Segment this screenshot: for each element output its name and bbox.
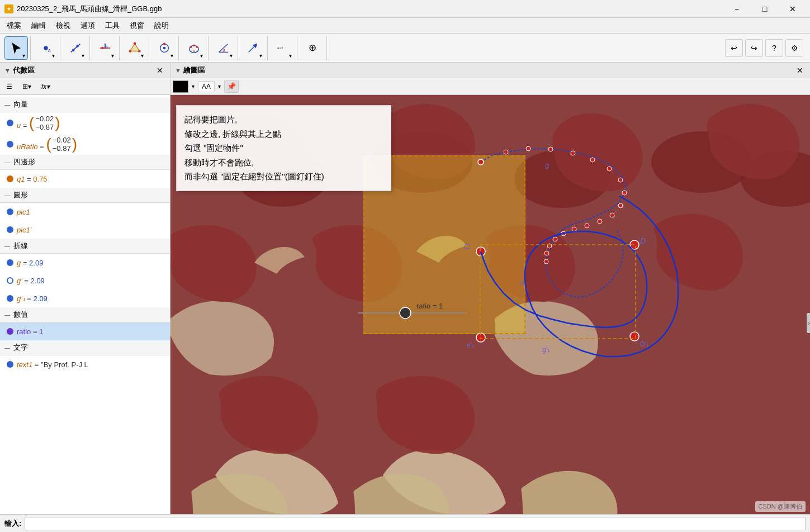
tool-group-line: ▾ xyxy=(61,36,90,60)
input-field[interactable] xyxy=(25,517,806,530)
algebra-item-pic1[interactable]: pic1 xyxy=(0,203,170,221)
svg-text:D: D xyxy=(640,236,646,245)
input-bar: 輸入: xyxy=(0,514,810,532)
section-polyline[interactable]: — 折線 xyxy=(0,239,170,254)
menu-view[interactable]: 檢視 xyxy=(51,19,75,32)
menu-edit[interactable]: 編輯 xyxy=(27,19,50,32)
dot-pic1-prime xyxy=(7,226,13,233)
dot-g-prime1 xyxy=(7,295,13,302)
window-controls: − □ ✕ xyxy=(724,0,806,18)
redo-button[interactable]: ↪ xyxy=(745,39,763,57)
svg-text:⊕: ⊕ xyxy=(309,42,316,52)
algebra-item-text1[interactable]: text1 = "By Prof. P-J L xyxy=(0,355,170,373)
help-button[interactable]: ? xyxy=(765,39,783,57)
svg-text:a=2: a=2 xyxy=(277,46,283,50)
svg-point-50 xyxy=(547,244,552,248)
title-bar: ★ 20230325_2_飛馬_馬頭曲線_滑桿_GGB.ggb − □ ✕ xyxy=(0,0,810,18)
drawing-toolbar: ▾ AA ▾ 📌 xyxy=(170,78,810,95)
menu-options[interactable]: 選項 xyxy=(76,19,100,32)
dot-g xyxy=(7,259,13,266)
algebra-item-g-prime[interactable]: g' = 2.09 xyxy=(0,272,170,289)
algebra-item-pic1-prime[interactable]: pic1' xyxy=(0,221,170,239)
algebra-item-q1[interactable]: q1 = 0.75 xyxy=(0,170,170,188)
point-tool-button[interactable]: A ▾ xyxy=(34,36,58,60)
svg-point-41 xyxy=(618,178,623,182)
algebra-item-g[interactable]: g = 2.09 xyxy=(0,254,170,272)
window-title: 20230325_2_飛馬_馬頭曲線_滑桿_GGB.ggb xyxy=(17,4,162,14)
svg-point-12 xyxy=(129,50,131,53)
tool-group-conic: α ▾ xyxy=(180,36,209,60)
svg-point-46 xyxy=(585,224,589,228)
tool-group-perp: ▾ xyxy=(91,36,120,60)
conic-tool-button[interactable]: α ▾ xyxy=(182,36,206,60)
algebra-item-u[interactable]: u = ( −0.02 −0.87 ) xyxy=(0,112,170,134)
algebra-sort-button[interactable]: ⊞▾ xyxy=(18,81,35,92)
font-size-button[interactable]: AA xyxy=(198,81,215,92)
section-figure[interactable]: — 圖形 xyxy=(0,188,170,203)
algebra-header: ▼ 代數區 ✕ xyxy=(0,63,170,78)
algebra-item-g-prime1[interactable]: g'₁ = 2.09 xyxy=(0,289,170,307)
drawing-close-button[interactable]: ✕ xyxy=(794,66,806,75)
algebra-menu-button[interactable]: ☰ xyxy=(2,81,16,92)
menu-file[interactable]: 檔案 xyxy=(2,19,26,32)
svg-point-59 xyxy=(476,333,485,342)
input-bar-label: 輸入: xyxy=(4,519,21,529)
polygon-tool-button[interactable]: ▾ xyxy=(123,36,146,60)
tool-group-slider: a=2 ▾ xyxy=(269,36,297,60)
slider-tool-button[interactable]: a=2 ▾ xyxy=(271,36,295,60)
pin-button[interactable]: 📌 xyxy=(224,80,239,93)
section-quadrilateral[interactable]: — 四邊形 xyxy=(0,155,170,170)
algebra-item-uratio[interactable]: uRatio = ( −0.02 −0.87 ) xyxy=(0,134,170,155)
title-left: ★ 20230325_2_飛馬_馬頭曲線_滑桿_GGB.ggb xyxy=(4,4,162,14)
move-canvas-tool-button[interactable]: ⊕ xyxy=(301,36,324,60)
color-picker-button[interactable] xyxy=(173,80,188,93)
drawing-panel: ▼ 繪圖區 ✕ ▾ AA ▾ 📌 xyxy=(170,63,810,514)
svg-text:D'₁: D'₁ xyxy=(640,340,649,348)
select-tool-button[interactable]: ▾ xyxy=(4,36,28,60)
circle-tool-button[interactable]: ▾ xyxy=(153,36,176,60)
note-box: 記得要把圖片, 修改之邊, 折線與其上之點 勾選 "固定物件" 移動時才不會跑位… xyxy=(176,105,391,191)
angle-tool-button[interactable]: α ▾ xyxy=(212,36,235,60)
toolbar: ▾ A ▾ ▾ ▾ xyxy=(0,34,810,63)
svg-point-51 xyxy=(544,251,549,255)
menu-window[interactable]: 視窗 xyxy=(125,19,149,32)
svg-point-43 xyxy=(618,203,623,208)
menu-tools[interactable]: 工具 xyxy=(101,19,124,32)
svg-text:e'₁: e'₁ xyxy=(467,341,475,349)
svg-point-35 xyxy=(504,150,508,154)
tool-group-polygon: ▾ xyxy=(121,36,149,60)
section-text[interactable]: — 文字 xyxy=(0,340,170,355)
settings-button[interactable]: ⚙ xyxy=(785,39,803,57)
canvas-area[interactable]: 記得要把圖片, 修改之邊, 折線與其上之點 勾選 "固定物件" 移動時才不會跑位… xyxy=(170,95,810,514)
vector-tool-button[interactable]: ▾ xyxy=(241,36,265,60)
section-vector[interactable]: — 向量 xyxy=(0,97,170,112)
menu-help[interactable]: 說明 xyxy=(150,19,173,32)
close-button[interactable]: ✕ xyxy=(780,0,806,18)
svg-point-0 xyxy=(44,46,48,50)
svg-text:g: g xyxy=(545,161,550,169)
undo-button[interactable]: ↩ xyxy=(725,39,743,57)
algebra-item-ratio[interactable]: ratio = 1 xyxy=(0,322,170,340)
algebra-content: — 向量 u = ( −0.02 −0.87 ) xyxy=(0,95,170,514)
dot-g-prime xyxy=(7,277,13,284)
dot-q1 xyxy=(7,175,13,182)
svg-point-34 xyxy=(478,159,484,165)
tool-group-angle: α ▾ xyxy=(210,36,238,60)
algebra-close-button[interactable]: ✕ xyxy=(154,66,165,75)
svg-point-62 xyxy=(630,332,639,341)
section-numeric[interactable]: — 數值 xyxy=(0,307,170,322)
svg-point-52 xyxy=(544,259,548,264)
maximize-button[interactable]: □ xyxy=(752,0,778,18)
svg-text:C: C xyxy=(464,242,470,251)
algebra-fx-button[interactable]: fx▾ xyxy=(37,81,54,92)
svg-point-3 xyxy=(72,49,75,51)
dot-text1 xyxy=(7,361,13,368)
svg-text:α: α xyxy=(223,48,225,51)
minimize-button[interactable]: − xyxy=(724,0,750,18)
svg-text:u: u xyxy=(520,278,524,287)
menu-bar: 檔案 編輯 檢視 選項 工具 視窗 說明 xyxy=(0,18,810,34)
svg-point-18 xyxy=(193,44,195,46)
line-tool-button[interactable]: ▾ xyxy=(64,36,87,60)
perpendicular-tool-button[interactable]: ▾ xyxy=(93,36,117,60)
toolbar-right: ↩ ↪ ? ⚙ xyxy=(725,39,808,57)
